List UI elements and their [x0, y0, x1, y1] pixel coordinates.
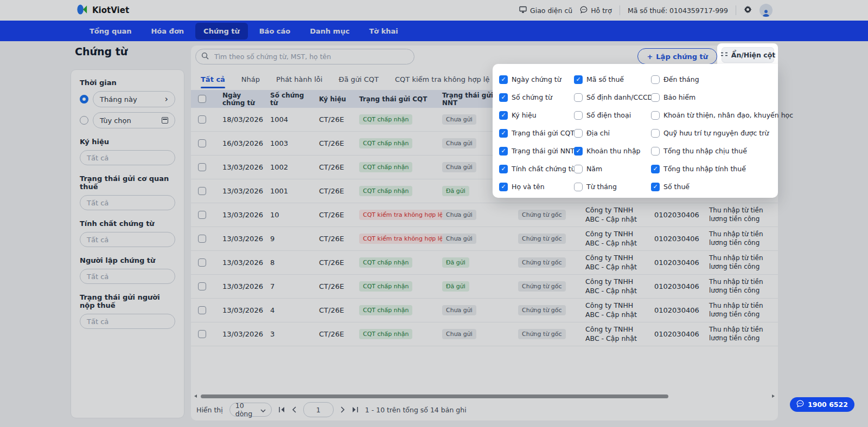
column-toggle-item[interactable]: Số chứng từ: [499, 88, 574, 106]
status-tab[interactable]: CQT kiểm tra không hợp lệ: [395, 75, 489, 88]
checkbox[interactable]: [499, 165, 508, 173]
status-tab[interactable]: Tất cả: [201, 75, 225, 88]
status-tab[interactable]: Đã gửi CQT: [339, 75, 379, 88]
table-row[interactable]: 13/03/2026 8 CT/26E CQT chấp nhận Đã gửi…: [191, 251, 778, 275]
table-row[interactable]: 13/03/2026 3 CT/26E CQT chấp nhận Chưa g…: [191, 322, 778, 346]
nav-item[interactable]: Tờ khai: [361, 23, 406, 40]
last-page-button[interactable]: [352, 406, 359, 413]
radio-button[interactable]: [80, 95, 88, 103]
column-toggle-item[interactable]: Khoản thu nhập: [574, 142, 651, 160]
toggle-columns-button[interactable]: Ẩn/Hiện cột: [722, 47, 774, 63]
column-toggle-item[interactable]: Địa chỉ: [574, 124, 651, 142]
column-toggle-item[interactable]: Khoản từ thiện, nhân đạo, khuyến học: [651, 106, 778, 124]
checkbox[interactable]: [499, 183, 508, 191]
row-checkbox[interactable]: [198, 139, 206, 147]
old-ui-link[interactable]: Giao diện cũ: [519, 6, 572, 15]
help-link[interactable]: Hỗ trợ: [580, 6, 612, 15]
time-option[interactable]: Tùy chọn: [80, 112, 175, 128]
column-toggle-item[interactable]: Trạng thái gửi NNT: [499, 142, 574, 160]
checkbox[interactable]: [574, 183, 583, 191]
avatar[interactable]: [760, 4, 773, 17]
horizontal-scrollbar[interactable]: [193, 394, 776, 399]
row-checkbox[interactable]: [198, 163, 206, 171]
checkbox[interactable]: [651, 111, 660, 120]
column-toggle-item[interactable]: Năm: [574, 160, 651, 178]
column-toggle-item[interactable]: Đến tháng: [651, 70, 778, 88]
checkbox[interactable]: [574, 93, 583, 102]
row-checkbox[interactable]: [198, 306, 206, 314]
column-toggle-item[interactable]: Số thuế: [651, 178, 778, 196]
search-box[interactable]: [195, 49, 414, 64]
column-toggle-item[interactable]: Bảo hiểm: [651, 88, 778, 106]
status-tab[interactable]: Nháp: [241, 75, 260, 88]
checkbox[interactable]: [574, 165, 583, 173]
select-all-checkbox[interactable]: [198, 95, 206, 103]
nav-item[interactable]: Danh mục: [302, 23, 358, 40]
filter-input[interactable]: Tất cả: [80, 195, 175, 210]
checkbox[interactable]: [651, 93, 660, 102]
table-row[interactable]: 13/03/2026 9 CT/26E CQT kiểm tra không h…: [191, 227, 778, 251]
column-toggle-item[interactable]: Số định danh/CCCD: [574, 88, 651, 106]
column-toggle-item[interactable]: Trạng thái gửi CQT: [499, 124, 574, 142]
first-page-button[interactable]: [278, 406, 285, 413]
time-option-field[interactable]: Tháng này: [93, 91, 175, 107]
scroll-right-arrow[interactable]: [772, 394, 775, 398]
row-checkbox[interactable]: [198, 282, 206, 290]
kiotviet-logo[interactable]: KiotViet: [76, 3, 129, 18]
next-page-button[interactable]: [340, 406, 345, 413]
row-checkbox[interactable]: [198, 211, 206, 219]
checkbox[interactable]: [499, 147, 508, 156]
time-option[interactable]: Tháng này: [80, 91, 175, 107]
checkbox[interactable]: [499, 93, 508, 102]
page-number-input[interactable]: 1: [303, 402, 334, 417]
checkbox[interactable]: [499, 129, 508, 138]
checkbox[interactable]: [651, 129, 660, 138]
row-checkbox[interactable]: [198, 187, 206, 195]
filter-input[interactable]: Tất cả: [80, 269, 175, 284]
scrollbar-thumb[interactable]: [201, 394, 668, 398]
row-checkbox[interactable]: [198, 235, 206, 243]
nav-item[interactable]: Chứng từ: [195, 23, 248, 40]
radio-button[interactable]: [80, 116, 88, 125]
checkbox[interactable]: [499, 75, 508, 84]
checkbox[interactable]: [574, 129, 583, 138]
column-toggle-item[interactable]: Tổng thu nhập tính thuế: [651, 160, 778, 178]
filter-input[interactable]: Tất cả: [80, 150, 175, 165]
column-toggle-item[interactable]: Số điện thoại: [574, 106, 651, 124]
scroll-left-arrow[interactable]: [194, 394, 197, 398]
time-option-field[interactable]: Tùy chọn: [93, 112, 175, 128]
column-toggle-item[interactable]: Họ và tên: [499, 178, 574, 196]
hotline-chat-button[interactable]: 1900 6522: [790, 397, 854, 412]
row-checkbox[interactable]: [198, 115, 206, 124]
checkbox[interactable]: [499, 111, 508, 120]
column-toggle-item[interactable]: Ngày chứng từ: [499, 70, 574, 88]
column-toggle-item[interactable]: Tính chất chứng từ: [499, 160, 574, 178]
nav-item[interactable]: Tổng quan: [81, 23, 139, 40]
column-toggle-item[interactable]: Mã số thuế: [574, 70, 651, 88]
checkbox[interactable]: [651, 147, 660, 156]
filter-input[interactable]: Tất cả: [80, 232, 175, 247]
create-document-button[interactable]: + Lập chứng từ: [637, 48, 717, 64]
row-checkbox[interactable]: [198, 258, 206, 267]
table-row[interactable]: 13/03/2026 7 CT/26E CQT chấp nhận Đã gửi…: [191, 275, 778, 299]
settings-button[interactable]: [744, 5, 752, 15]
checkbox[interactable]: [651, 183, 660, 191]
table-row[interactable]: 13/03/2026 4 CT/26E CQT chấp nhận Chưa g…: [191, 299, 778, 322]
checkbox[interactable]: [651, 165, 660, 173]
column-toggle-item[interactable]: Ký hiệu: [499, 106, 574, 124]
filter-input[interactable]: Tất cả: [80, 314, 175, 329]
table-row[interactable]: 13/03/2026 10 CT/26E CQT kiểm tra không …: [191, 203, 778, 227]
nav-item[interactable]: Hóa đơn: [143, 23, 192, 40]
search-input[interactable]: [213, 52, 409, 61]
column-toggle-item[interactable]: Từ tháng: [574, 178, 651, 196]
checkbox[interactable]: [651, 75, 660, 84]
checkbox[interactable]: [574, 147, 583, 156]
column-toggle-item[interactable]: Quỹ hưu trí tự nguyện được trừ: [651, 124, 778, 142]
row-checkbox[interactable]: [198, 330, 206, 338]
checkbox[interactable]: [574, 75, 583, 84]
nav-item[interactable]: Báo cáo: [251, 23, 299, 40]
previous-page-button[interactable]: [292, 406, 297, 413]
checkbox[interactable]: [574, 111, 583, 120]
status-tab[interactable]: Phát hành lỗi: [276, 75, 322, 88]
page-size-select[interactable]: 10 dòng: [229, 403, 272, 417]
